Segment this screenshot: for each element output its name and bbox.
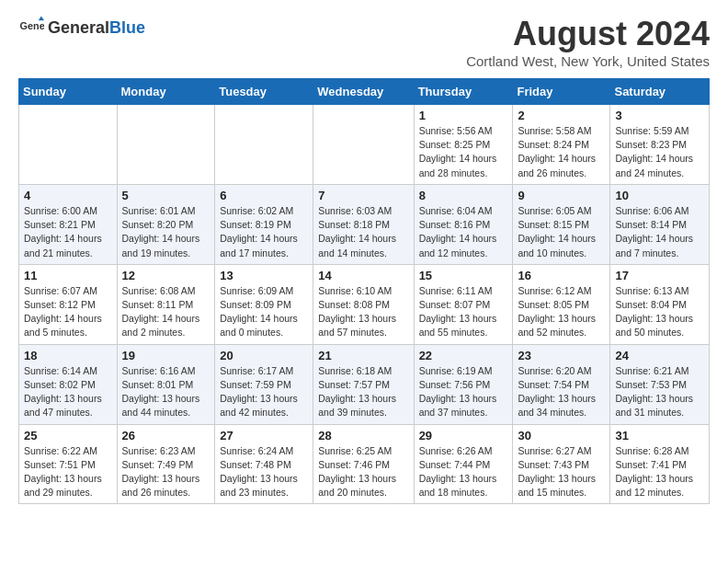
- day-cell: [215, 105, 313, 185]
- day-cell: [313, 105, 414, 185]
- logo-text-blue: Blue: [109, 18, 145, 37]
- day-cell: 21Sunrise: 6:18 AMSunset: 7:57 PMDayligh…: [313, 344, 414, 424]
- day-cell: 1Sunrise: 5:56 AMSunset: 8:25 PMDaylight…: [414, 105, 513, 185]
- day-number: 14: [318, 269, 408, 282]
- day-info: Sunrise: 6:04 AMSunset: 8:16 PMDaylight:…: [419, 204, 508, 260]
- calendar-table: SundayMondayTuesdayWednesdayThursdayFrid…: [18, 78, 710, 504]
- day-cell: 5Sunrise: 6:01 AMSunset: 8:20 PMDaylight…: [117, 184, 215, 264]
- header-cell-saturday: Saturday: [610, 79, 710, 105]
- day-number: 17: [615, 269, 704, 282]
- day-info: Sunrise: 6:26 AMSunset: 7:44 PMDaylight:…: [419, 444, 508, 500]
- day-cell: 17Sunrise: 6:13 AMSunset: 8:04 PMDayligh…: [610, 264, 710, 344]
- day-cell: 30Sunrise: 6:27 AMSunset: 7:43 PMDayligh…: [513, 424, 610, 504]
- day-info: Sunrise: 6:07 AMSunset: 8:12 PMDaylight:…: [24, 284, 112, 340]
- day-cell: 11Sunrise: 6:07 AMSunset: 8:12 PMDayligh…: [19, 264, 118, 344]
- day-cell: 6Sunrise: 6:02 AMSunset: 8:19 PMDaylight…: [215, 184, 313, 264]
- day-cell: 16Sunrise: 6:12 AMSunset: 8:05 PMDayligh…: [513, 264, 610, 344]
- day-number: 9: [518, 189, 605, 202]
- day-number: 8: [419, 189, 508, 202]
- day-number: 27: [220, 429, 308, 442]
- day-info: Sunrise: 6:06 AMSunset: 8:14 PMDaylight:…: [615, 204, 704, 260]
- header-row: SundayMondayTuesdayWednesdayThursdayFrid…: [19, 79, 710, 105]
- day-info: Sunrise: 6:23 AMSunset: 7:49 PMDaylight:…: [122, 444, 210, 500]
- day-number: 24: [615, 349, 704, 362]
- day-number: 4: [24, 189, 112, 202]
- day-number: 16: [518, 269, 605, 282]
- day-number: 29: [419, 429, 508, 442]
- day-cell: 8Sunrise: 6:04 AMSunset: 8:16 PMDaylight…: [414, 184, 513, 264]
- day-number: 21: [318, 349, 408, 362]
- week-row-1: 1Sunrise: 5:56 AMSunset: 8:25 PMDaylight…: [19, 105, 710, 185]
- day-info: Sunrise: 5:56 AMSunset: 8:25 PMDaylight:…: [419, 124, 508, 180]
- day-info: Sunrise: 6:24 AMSunset: 7:48 PMDaylight:…: [220, 444, 308, 500]
- day-info: Sunrise: 6:20 AMSunset: 7:54 PMDaylight:…: [518, 364, 605, 420]
- day-info: Sunrise: 6:13 AMSunset: 8:04 PMDaylight:…: [615, 284, 704, 340]
- day-number: 3: [615, 109, 704, 122]
- logo: General GeneralBlue: [18, 15, 145, 40]
- svg-text:General: General: [20, 20, 44, 31]
- week-row-5: 25Sunrise: 6:22 AMSunset: 7:51 PMDayligh…: [19, 424, 710, 504]
- header-cell-tuesday: Tuesday: [215, 79, 313, 105]
- day-info: Sunrise: 6:22 AMSunset: 7:51 PMDaylight:…: [24, 444, 112, 500]
- day-cell: 18Sunrise: 6:14 AMSunset: 8:02 PMDayligh…: [19, 344, 118, 424]
- calendar-subtitle: Cortland West, New York, United States: [466, 53, 710, 69]
- day-number: 22: [419, 349, 508, 362]
- day-info: Sunrise: 6:18 AMSunset: 7:57 PMDaylight:…: [318, 364, 408, 420]
- day-number: 28: [318, 429, 408, 442]
- day-info: Sunrise: 5:59 AMSunset: 8:23 PMDaylight:…: [615, 124, 704, 180]
- day-info: Sunrise: 6:03 AMSunset: 8:18 PMDaylight:…: [318, 204, 408, 260]
- week-row-3: 11Sunrise: 6:07 AMSunset: 8:12 PMDayligh…: [19, 264, 710, 344]
- header-cell-monday: Monday: [117, 79, 215, 105]
- day-cell: 12Sunrise: 6:08 AMSunset: 8:11 PMDayligh…: [117, 264, 215, 344]
- day-cell: 28Sunrise: 6:25 AMSunset: 7:46 PMDayligh…: [313, 424, 414, 504]
- logo-text-general: General: [48, 18, 109, 37]
- day-info: Sunrise: 6:10 AMSunset: 8:08 PMDaylight:…: [318, 284, 408, 340]
- day-info: Sunrise: 6:12 AMSunset: 8:05 PMDaylight:…: [518, 284, 605, 340]
- header-cell-wednesday: Wednesday: [313, 79, 414, 105]
- day-number: 11: [24, 269, 112, 282]
- day-info: Sunrise: 6:25 AMSunset: 7:46 PMDaylight:…: [318, 444, 408, 500]
- title-area: August 2024 Cortland West, New York, Uni…: [466, 15, 710, 69]
- day-cell: 29Sunrise: 6:26 AMSunset: 7:44 PMDayligh…: [414, 424, 513, 504]
- day-cell: 3Sunrise: 5:59 AMSunset: 8:23 PMDaylight…: [610, 105, 710, 185]
- day-number: 23: [518, 349, 605, 362]
- day-info: Sunrise: 6:00 AMSunset: 8:21 PMDaylight:…: [24, 204, 112, 260]
- day-cell: 24Sunrise: 6:21 AMSunset: 7:53 PMDayligh…: [610, 344, 710, 424]
- day-cell: 2Sunrise: 5:58 AMSunset: 8:24 PMDaylight…: [513, 105, 610, 185]
- day-cell: 4Sunrise: 6:00 AMSunset: 8:21 PMDaylight…: [19, 184, 118, 264]
- day-number: 1: [419, 109, 508, 122]
- calendar-title: August 2024: [466, 15, 710, 53]
- day-number: 19: [122, 349, 210, 362]
- day-number: 31: [615, 429, 704, 442]
- day-number: 18: [24, 349, 112, 362]
- day-info: Sunrise: 5:58 AMSunset: 8:24 PMDaylight:…: [518, 124, 605, 180]
- day-number: 12: [122, 269, 210, 282]
- day-info: Sunrise: 6:16 AMSunset: 8:01 PMDaylight:…: [122, 364, 210, 420]
- day-cell: 31Sunrise: 6:28 AMSunset: 7:41 PMDayligh…: [610, 424, 710, 504]
- day-info: Sunrise: 6:05 AMSunset: 8:15 PMDaylight:…: [518, 204, 605, 260]
- day-cell: 22Sunrise: 6:19 AMSunset: 7:56 PMDayligh…: [414, 344, 513, 424]
- day-info: Sunrise: 6:11 AMSunset: 8:07 PMDaylight:…: [419, 284, 508, 340]
- header-cell-thursday: Thursday: [414, 79, 513, 105]
- day-number: 30: [518, 429, 605, 442]
- day-cell: 9Sunrise: 6:05 AMSunset: 8:15 PMDaylight…: [513, 184, 610, 264]
- day-info: Sunrise: 6:01 AMSunset: 8:20 PMDaylight:…: [122, 204, 210, 260]
- day-info: Sunrise: 6:09 AMSunset: 8:09 PMDaylight:…: [220, 284, 308, 340]
- day-number: 26: [122, 429, 210, 442]
- day-info: Sunrise: 6:28 AMSunset: 7:41 PMDaylight:…: [615, 444, 704, 500]
- day-number: 6: [220, 189, 308, 202]
- week-row-2: 4Sunrise: 6:00 AMSunset: 8:21 PMDaylight…: [19, 184, 710, 264]
- day-number: 5: [122, 189, 210, 202]
- day-cell: 13Sunrise: 6:09 AMSunset: 8:09 PMDayligh…: [215, 264, 313, 344]
- day-cell: 23Sunrise: 6:20 AMSunset: 7:54 PMDayligh…: [513, 344, 610, 424]
- day-cell: 19Sunrise: 6:16 AMSunset: 8:01 PMDayligh…: [117, 344, 215, 424]
- day-number: 10: [615, 189, 704, 202]
- day-cell: 27Sunrise: 6:24 AMSunset: 7:48 PMDayligh…: [215, 424, 313, 504]
- day-info: Sunrise: 6:14 AMSunset: 8:02 PMDaylight:…: [24, 364, 112, 420]
- day-cell: 15Sunrise: 6:11 AMSunset: 8:07 PMDayligh…: [414, 264, 513, 344]
- day-number: 13: [220, 269, 308, 282]
- day-cell: 10Sunrise: 6:06 AMSunset: 8:14 PMDayligh…: [610, 184, 710, 264]
- day-number: 15: [419, 269, 508, 282]
- day-cell: [117, 105, 215, 185]
- day-number: 20: [220, 349, 308, 362]
